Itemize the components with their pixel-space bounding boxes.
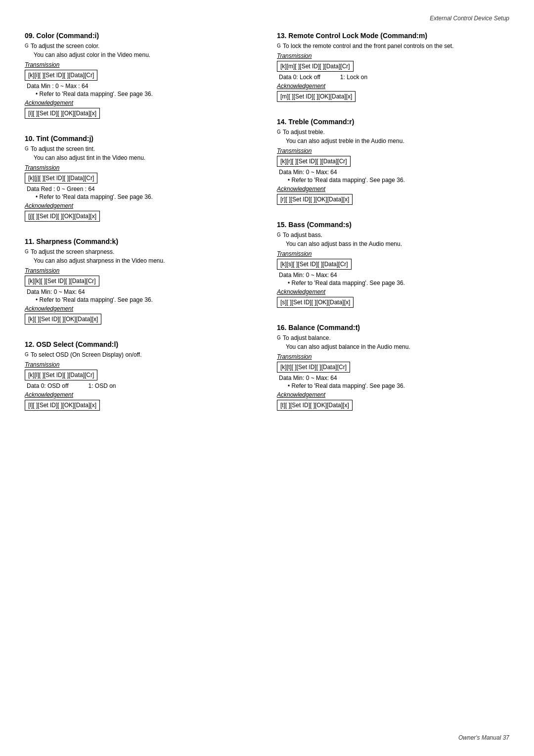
- section-12-desc: To select OSD (On Screen Display) on/off…: [25, 351, 257, 358]
- section-13-data-on: 1: Lock on: [340, 74, 367, 81]
- right-column: 13. Remote Control Lock Mode (Command:m)…: [277, 32, 509, 426]
- section-10-desc: To adjust the screen tint.: [25, 145, 257, 152]
- section-09-data: Data Min : 0 ~ Max : 64: [25, 83, 257, 90]
- section-14-sub: You can also adjust treble in the Audio …: [277, 138, 509, 144]
- section-12-data-row: Data 0: OSD off 1: OSD on: [25, 382, 257, 389]
- section-09-tx-label: Transmission: [25, 61, 257, 68]
- section-09-desc: To adjust the screen color.: [25, 43, 257, 49]
- section-09: 09. Color (Command:i) To adjust the scre…: [25, 32, 257, 121]
- section-13-tx-label: Transmission: [277, 52, 509, 59]
- section-09-ack-label: Acknowledgement: [25, 99, 257, 106]
- section-13-tx-code: [k][m][ ][Set ID][ ][Data][Cr]: [277, 61, 354, 72]
- section-10: 10. Tint (Command:j) To adjust the scree…: [25, 135, 257, 224]
- section-09-bullet: Refer to 'Real data mapping'. See page 3…: [25, 91, 257, 97]
- section-14-ack-code: [r][ ][Set ID][ ][OK][Data][x]: [277, 194, 353, 205]
- section-15-bullet: Refer to 'Real data mapping'. See page 3…: [277, 280, 509, 286]
- section-15-tx-label: Transmission: [277, 250, 509, 257]
- section-16-desc: To adjust balance.: [277, 334, 509, 341]
- section-11-ack-label: Acknowledgement: [25, 305, 257, 312]
- section-14-ack-label: Acknowledgement: [277, 186, 509, 192]
- section-13: 13. Remote Control Lock Mode (Command:m)…: [277, 32, 509, 104]
- section-15-sub: You can also adjust bass in the Audio me…: [277, 240, 509, 247]
- main-content: 09. Color (Command:i) To adjust the scre…: [25, 32, 509, 426]
- section-12: 12. OSD Select (Command:l) To select OSD…: [25, 340, 257, 413]
- header-text: External Control Device Setup: [430, 15, 509, 22]
- section-09-tx-code: [k][i][ ][Set ID][ ][Data][Cr]: [25, 70, 97, 81]
- section-14-tx-label: Transmission: [277, 147, 509, 154]
- section-14-bullet: Refer to 'Real data mapping'. See page 3…: [277, 177, 509, 184]
- page: External Control Device Setup 09. Color …: [0, 0, 534, 756]
- section-16-sub: You can also adjust balance in the Audio…: [277, 343, 509, 350]
- section-10-tx-label: Transmission: [25, 164, 257, 171]
- section-13-data-off: Data 0: Lock off: [279, 74, 320, 81]
- section-16-bullet: Refer to 'Real data mapping'. See page 3…: [277, 382, 509, 389]
- section-12-ack-label: Acknowledgement: [25, 391, 257, 398]
- section-10-title: 10. Tint (Command:j): [25, 135, 257, 142]
- section-11-data: Data Min: 0 ~ Max: 64: [25, 288, 257, 295]
- section-14-tx-code: [k][r][ ][Set ID][ ][Data][Cr]: [277, 156, 351, 167]
- section-11-tx-label: Transmission: [25, 267, 257, 274]
- section-14-desc: To adjust treble.: [277, 129, 509, 136]
- section-09-sub: You can also adjust color in the Video m…: [25, 51, 257, 58]
- section-11-desc: To adjust the screen sharpness.: [25, 248, 257, 255]
- section-14-data: Data Min: 0 ~ Max: 64: [277, 169, 509, 176]
- section-15: 15. Bass (Command:s) To adjust bass. You…: [277, 221, 509, 310]
- section-11-tx-code: [k][k][ ][Set ID][ ][Data][Cr]: [25, 276, 99, 286]
- section-15-desc: To adjust bass.: [277, 232, 509, 238]
- section-13-ack-code: [m][ ][Set ID][ ][OK][Data][x]: [277, 91, 356, 102]
- section-13-desc: To lock the remote control and the front…: [277, 43, 509, 49]
- section-11-bullet: Refer to 'Real data mapping'. See page 3…: [25, 296, 257, 303]
- section-12-ack-code: [l][ ][Set ID][ ][OK][Data][x]: [25, 400, 100, 411]
- section-13-data-row: Data 0: Lock off 1: Lock on: [277, 74, 509, 81]
- section-12-title: 12. OSD Select (Command:l): [25, 340, 257, 348]
- section-12-tx-label: Transmission: [25, 361, 257, 368]
- section-16: 16. Balance (Command:t) To adjust balanc…: [277, 324, 509, 413]
- section-15-title: 15. Bass (Command:s): [277, 221, 509, 229]
- section-10-ack-label: Acknowledgement: [25, 202, 257, 209]
- section-16-ack-code: [t][ ][Set ID][ ][OK][Data][x]: [277, 400, 353, 411]
- section-12-data-off: Data 0: OSD off: [27, 382, 69, 389]
- section-10-data: Data Red : 0 ~ Green : 64: [25, 186, 257, 192]
- section-15-tx-code: [k][s][ ][Set ID][ ][Data][Cr]: [277, 259, 352, 270]
- section-11-sub: You can also adjust sharpness in the Vid…: [25, 257, 257, 264]
- section-13-ack-label: Acknowledgement: [277, 83, 509, 90]
- section-16-title: 16. Balance (Command:t): [277, 324, 509, 331]
- section-11-ack-code: [k][ ][Set ID][ ][OK][Data][x]: [25, 314, 101, 325]
- section-14: 14. Treble (Command:r) To adjust treble.…: [277, 118, 509, 207]
- section-11-title: 11. Sharpness (Command:k): [25, 237, 257, 245]
- page-footer: Owner's Manual 37: [458, 734, 509, 741]
- section-12-data-on: 1: OSD on: [89, 382, 116, 389]
- section-11: 11. Sharpness (Command:k) To adjust the …: [25, 237, 257, 327]
- section-15-data: Data Min: 0 ~ Max: 64: [277, 272, 509, 279]
- page-header: External Control Device Setup: [25, 15, 509, 22]
- section-10-tx-code: [k][j][ ][Set ID][ ][Data][Cr]: [25, 173, 97, 184]
- left-column: 09. Color (Command:i) To adjust the scre…: [25, 32, 257, 426]
- section-10-bullet: Refer to 'Real data mapping'. See page 3…: [25, 193, 257, 200]
- section-09-title: 09. Color (Command:i): [25, 32, 257, 40]
- section-16-data: Data Min: 0 ~ Max: 64: [277, 375, 509, 381]
- section-16-tx-code: [k][t][ ][Set ID][ ][Data][Cr]: [277, 362, 350, 373]
- section-10-ack-code: [j][ ][Set ID][ ][OK][Data][x]: [25, 211, 100, 222]
- section-09-ack-code: [i][ ][Set ID][ ][OK][Data][x]: [25, 108, 100, 119]
- footer-text: Owner's Manual 37: [458, 734, 509, 741]
- section-13-title: 13. Remote Control Lock Mode (Command:m): [277, 32, 509, 40]
- section-10-sub: You can also adjust tint in the Video me…: [25, 154, 257, 161]
- section-16-ack-label: Acknowledgement: [277, 391, 509, 398]
- section-15-ack-label: Acknowledgement: [277, 288, 509, 295]
- section-14-title: 14. Treble (Command:r): [277, 118, 509, 126]
- section-15-ack-code: [s][ ][Set ID][ ][OK][Data][x]: [277, 297, 354, 308]
- section-16-tx-label: Transmission: [277, 353, 509, 360]
- section-12-tx-code: [k][l][ ][Set ID][ ][Data][Cr]: [25, 370, 97, 380]
